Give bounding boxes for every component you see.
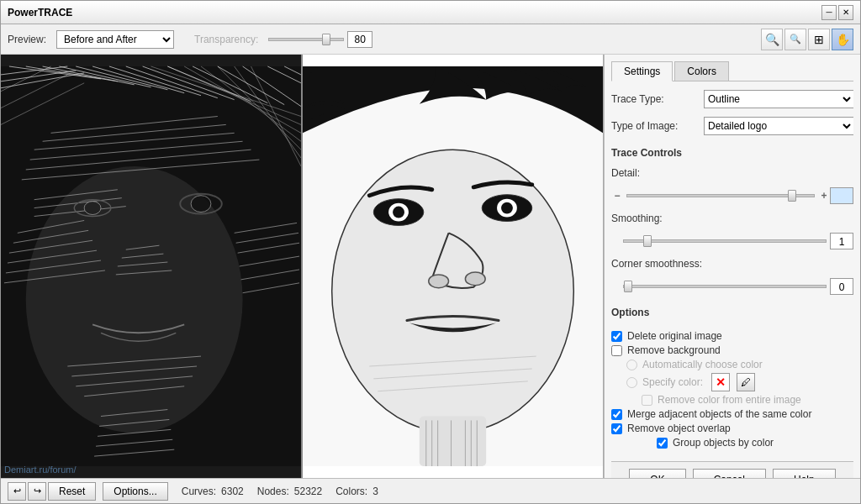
smoothing-slider-row: 1 [611, 233, 853, 249]
help-button[interactable]: Help [773, 469, 836, 478]
delete-original-label: Delete original image [627, 330, 722, 342]
title-bar: PowerTRACE ─ ✕ [1, 1, 860, 24]
curves-item: Curves: 6302 [182, 486, 244, 497]
specify-color-row: Specify color: ✕ 🖊 [626, 373, 853, 391]
remove-color-row: Remove color from entire image [642, 394, 853, 406]
delete-original-row: Delete original image [611, 330, 853, 342]
fit-button[interactable]: ⊞ [808, 29, 830, 50]
svg-point-77 [465, 272, 485, 286]
right-panel: Settings Colors Trace Type: OutlineCente… [604, 55, 860, 478]
color-swatch: ✕ [711, 373, 730, 391]
trace-type-select-wrapper: OutlineCenterlineLogo [704, 90, 853, 108]
detail-label-row: Detail: [611, 167, 853, 179]
remove-color-checkbox[interactable] [642, 395, 652, 406]
redo-button[interactable]: ↪ [28, 482, 46, 501]
status-bar: ↩ ↪ Reset Options... Curves: 6302 Nodes:… [1, 478, 860, 503]
remove-overlap-label: Remove object overlap [627, 423, 731, 434]
cancel-button[interactable]: Cancel [693, 469, 766, 478]
trace-type-row: Trace Type: OutlineCenterlineLogo [611, 90, 853, 108]
merge-adjacent-checkbox[interactable] [611, 409, 622, 420]
pipette-button[interactable]: 🖊 [737, 373, 755, 391]
tab-colors[interactable]: Colors [674, 61, 729, 81]
remove-color-label: Remove color from entire image [658, 394, 801, 406]
detail-slider[interactable] [626, 194, 815, 197]
title-bar-controls: ─ ✕ [821, 5, 853, 20]
svg-point-30 [191, 196, 211, 213]
smoothing-value: 1 [830, 233, 853, 249]
corner-smoothness-label-row: Corner smoothness: [611, 258, 853, 270]
transparency-label: Transparency: [194, 34, 258, 45]
curves-label: Curves: [182, 486, 216, 497]
type-of-image-select-wrapper: Detailed logoLogoClipart Low quality ima… [704, 117, 853, 135]
preview-select[interactable]: Before and After Before After Wireframe [56, 30, 174, 49]
remove-overlap-row: Remove object overlap [611, 423, 853, 434]
svg-point-32 [84, 202, 101, 215]
remove-overlap-checkbox[interactable] [611, 423, 622, 434]
detail-minus: − [611, 190, 623, 202]
options-section: Delete original image Remove background … [611, 330, 853, 451]
main-content: Demiart.ru/forum/ Settings Colors Trace … [1, 55, 860, 478]
specify-color-label: Specify color: [642, 376, 703, 388]
svg-point-69 [332, 150, 574, 433]
reset-button[interactable]: Reset [48, 482, 96, 501]
close-button[interactable]: ✕ [838, 5, 853, 20]
zoom-out-button[interactable]: 🔍 [784, 29, 806, 50]
remove-background-row: Remove background [611, 344, 853, 356]
zoom-in-button[interactable]: 🔍 [761, 29, 783, 50]
options-button[interactable]: Options... [103, 482, 167, 501]
bottom-buttons: OK Cancel Help [611, 461, 853, 478]
transparency-value: 80 [347, 31, 372, 48]
watermark: Demiart.ru/forum/ [4, 465, 77, 475]
tab-bar: Settings Colors [611, 61, 853, 81]
corner-smoothness-slider-row: 0 [611, 278, 853, 295]
before-pane [1, 55, 301, 478]
svg-point-72 [393, 207, 404, 218]
color-x-icon: ✕ [716, 375, 726, 389]
nodes-value: 52322 [294, 486, 322, 497]
corner-smoothness-label: Corner smoothness: [611, 258, 704, 270]
minimize-button[interactable]: ─ [821, 5, 837, 20]
merge-adjacent-row: Merge adjacent objects of the same color [611, 408, 853, 420]
auto-color-radio[interactable] [626, 360, 637, 370]
nodes-item: Nodes: 52322 [257, 486, 322, 497]
delete-original-checkbox[interactable] [611, 331, 622, 342]
toolbar-icons: 🔍 🔍 ⊞ ✋ [761, 29, 853, 50]
corner-smoothness-slider[interactable] [623, 285, 827, 288]
trace-controls-title: Trace Controls [611, 147, 853, 159]
auto-color-label: Automatically choose color [642, 359, 763, 370]
options-title: Options [611, 307, 853, 318]
group-by-color-row: Group objects by color [657, 437, 853, 449]
trace-type-select[interactable]: OutlineCenterlineLogo [704, 90, 853, 108]
specify-color-radio[interactable] [626, 377, 637, 388]
after-pane [301, 55, 603, 478]
auto-color-row: Automatically choose color [626, 359, 853, 370]
transparency-slider[interactable] [268, 38, 344, 41]
app-title: PowerTRACE [8, 7, 72, 18]
pan-button[interactable]: ✋ [832, 29, 853, 50]
merge-adjacent-label: Merge adjacent objects of the same color [627, 408, 811, 420]
preview-label: Preview: [8, 34, 46, 45]
colors-item: Colors: 3 [335, 486, 378, 497]
colors-status-label: Colors: [335, 486, 367, 497]
preview-area: Demiart.ru/forum/ [1, 55, 604, 478]
smoothing-label-row: Smoothing: [611, 213, 853, 224]
group-by-color-label: Group objects by color [673, 437, 774, 449]
smoothing-slider[interactable] [623, 239, 827, 243]
undo-button[interactable]: ↩ [8, 482, 26, 501]
detail-plus: + [818, 190, 830, 202]
colors-status-value: 3 [372, 486, 378, 497]
title-bar-title: PowerTRACE [8, 7, 72, 18]
tab-settings[interactable]: Settings [611, 61, 673, 81]
detail-slider-row: − + [611, 187, 853, 204]
svg-rect-81 [420, 417, 486, 467]
powertrace-window: PowerTRACE ─ ✕ Preview: Before and After… [0, 0, 861, 504]
ok-button[interactable]: OK [629, 469, 685, 478]
svg-point-75 [501, 202, 513, 214]
group-by-color-checkbox[interactable] [657, 438, 668, 449]
detail-value [830, 187, 853, 204]
type-of-image-select[interactable]: Detailed logoLogoClipart Low quality ima… [704, 117, 853, 135]
curves-value: 6302 [221, 486, 244, 497]
remove-background-checkbox[interactable] [611, 345, 622, 356]
transparency-slider-container: 80 [268, 31, 372, 48]
nodes-label: Nodes: [257, 486, 289, 497]
